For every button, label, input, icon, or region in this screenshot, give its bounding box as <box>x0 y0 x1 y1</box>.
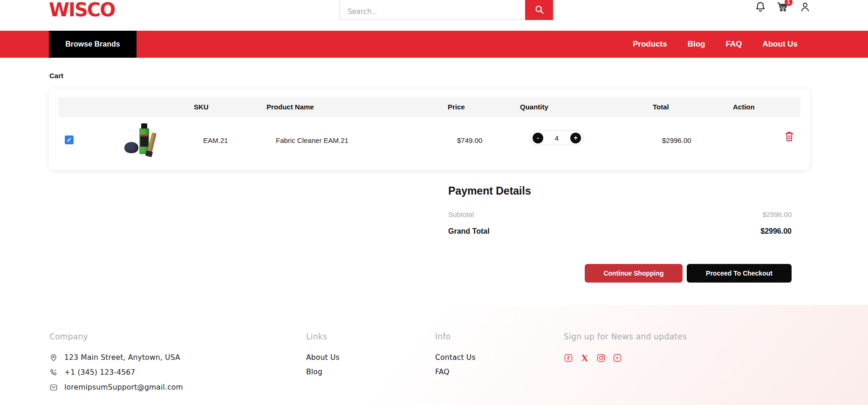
account-button[interactable] <box>798 1 812 15</box>
item-name: Fabric Cleaner EAM.21 <box>276 136 349 144</box>
item-total: $2996.00 <box>662 136 691 144</box>
delete-item-button[interactable] <box>783 130 795 143</box>
subtotal-label: Subtotal <box>448 210 474 218</box>
nav-link-blog[interactable]: Blog <box>688 40 705 48</box>
footer-company-title: Company <box>49 332 183 341</box>
column-header-price: Price <box>448 103 465 111</box>
search-button[interactable] <box>525 0 553 20</box>
checkout-actions: Continue Shopping Proceed To Checkout <box>585 264 792 283</box>
footer-links-title: Links <box>306 332 340 341</box>
grand-total-label: Grand Total <box>448 227 490 236</box>
item-sku: EAM.21 <box>203 136 228 144</box>
subtotal-row: Subtotal $2996.00 <box>448 210 792 218</box>
header: WISCO <box>0 0 868 31</box>
cart-title: Cart <box>49 72 63 80</box>
proceed-to-checkout-button[interactable]: Proceed To Checkout <box>687 264 792 283</box>
social-icons <box>564 353 687 363</box>
quantity-decrease-button[interactable]: - <box>533 133 543 143</box>
footer-link-blog[interactable]: Blog <box>306 368 340 376</box>
facebook-icon[interactable] <box>564 353 573 363</box>
cart-button[interactable]: 1 <box>776 1 790 15</box>
footer-link-about-us[interactable]: About Us <box>306 353 340 362</box>
column-header-action: Action <box>733 103 755 111</box>
product-image <box>123 122 164 158</box>
item-checkbox[interactable]: ✓ <box>65 135 74 144</box>
subtotal-value: $2996.00 <box>762 210 792 218</box>
column-header-product-name: Product Name <box>267 103 314 111</box>
item-price: $749.00 <box>457 136 482 144</box>
footer-address-text: 123 Main Street, Anytown, USA <box>64 353 180 362</box>
footer-signup-column: Sign up for News and updates <box>564 332 687 363</box>
footer-info-title: Info <box>435 332 476 341</box>
footer-signup-title: Sign up for News and updates <box>564 332 687 341</box>
phone-icon <box>49 368 58 377</box>
search-bar <box>340 0 553 20</box>
browse-brands-button[interactable]: Browse Brands <box>49 31 137 58</box>
footer-link-contact-us[interactable]: Contact Us <box>435 353 476 362</box>
grand-total-row: Grand Total $2996.00 <box>448 227 792 236</box>
footer: Company 123 Main Street, Anytown, USA <box>0 305 868 405</box>
quantity-stepper: - 4 + <box>530 130 584 145</box>
search-input[interactable] <box>340 0 525 20</box>
bell-icon <box>754 1 766 15</box>
user-icon <box>799 1 811 15</box>
column-header-total: Total <box>653 103 669 111</box>
nav-link-about-us[interactable]: About Us <box>762 40 798 48</box>
header-icons: 1 <box>753 1 812 15</box>
search-icon <box>534 5 544 16</box>
continue-shopping-button[interactable]: Continue Shopping <box>585 264 683 283</box>
instagram-icon[interactable] <box>596 353 606 363</box>
location-pin-icon <box>49 353 58 362</box>
cart-badge: 1 <box>785 0 793 6</box>
footer-link-faq[interactable]: FAQ <box>435 368 476 376</box>
main-navbar: Browse Brands Products Blog FAQ About Us <box>0 31 868 58</box>
mail-icon <box>49 383 58 392</box>
footer-phone-text: +1 (345) 123-4567 <box>64 368 135 377</box>
x-twitter-icon[interactable] <box>580 353 589 363</box>
footer-links-column: Links About Us Blog <box>306 332 340 382</box>
column-header-quantity: Quantity <box>520 103 548 111</box>
trash-icon <box>784 137 795 144</box>
footer-address: 123 Main Street, Anytown, USA <box>49 353 183 362</box>
cart-table-card: SKU Product Name Price Quantity Total Ac… <box>49 88 810 170</box>
footer-email: loremipsumSupport@gmail.com <box>49 383 183 392</box>
youtube-icon[interactable] <box>613 353 622 363</box>
column-header-sku: SKU <box>194 103 209 111</box>
cart-table-header: SKU Product Name Price Quantity Total Ac… <box>58 97 800 117</box>
wisco-logo[interactable]: WISCO <box>49 0 115 20</box>
footer-email-text: loremipsumSupport@gmail.com <box>64 383 183 392</box>
footer-company-column: Company 123 Main Street, Anytown, USA <box>49 332 183 398</box>
grand-total-value: $2996.00 <box>760 227 792 236</box>
payment-details-title: Payment Details <box>448 185 531 197</box>
footer-info-column: Info Contact Us FAQ <box>435 332 476 382</box>
quantity-value: 4 <box>555 134 559 142</box>
nav-link-faq[interactable]: FAQ <box>726 40 742 48</box>
nav-links: Products Blog FAQ About Us <box>633 31 798 58</box>
footer-phone: +1 (345) 123-4567 <box>49 368 183 377</box>
cart-page: WISCO <box>0 0 868 405</box>
nav-link-products[interactable]: Products <box>633 40 667 48</box>
notifications-button[interactable] <box>753 1 767 15</box>
quantity-increase-button[interactable]: + <box>570 133 581 143</box>
